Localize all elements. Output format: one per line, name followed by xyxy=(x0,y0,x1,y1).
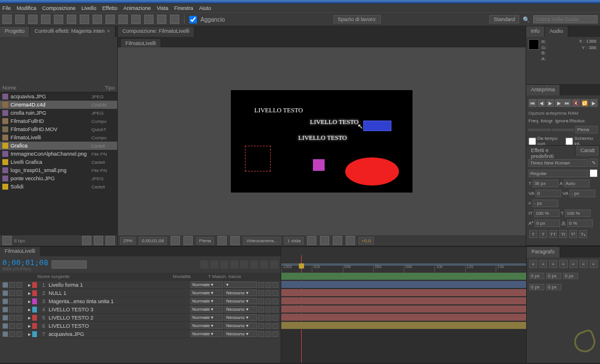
layer-duration-bar[interactable] xyxy=(281,289,526,297)
lock-toggle[interactable] xyxy=(16,307,22,313)
solo-toggle[interactable] xyxy=(9,315,15,321)
views-dropdown[interactable]: 1 vista xyxy=(284,237,304,245)
layer-duration-bar[interactable] xyxy=(281,281,526,289)
tracking-field[interactable]: - px xyxy=(570,190,595,197)
blend-mode-dropdown[interactable]: Normale ▾ xyxy=(190,314,223,321)
eyedropper-icon[interactable]: ✎ xyxy=(589,159,598,167)
project-file-row[interactable]: FilmatoFullHD.MOVQuickT xyxy=(0,125,117,133)
next-frame-button[interactable]: ▶ xyxy=(555,99,563,107)
layer-color-swatch[interactable] xyxy=(32,323,37,329)
workspace-dropdown[interactable]: Standard xyxy=(489,15,519,23)
new-comp-icon[interactable] xyxy=(94,236,103,245)
fill-color-swatch[interactable] xyxy=(589,169,598,177)
camera-dropdown[interactable]: Videocamera... xyxy=(243,237,281,245)
3d-toggle[interactable] xyxy=(272,323,278,329)
track-matte-dropdown[interactable]: Nessuno ▾ xyxy=(224,290,257,296)
track-matte-dropdown[interactable]: ▾ xyxy=(224,281,257,288)
text-tool[interactable] xyxy=(105,15,115,24)
allcaps-button[interactable]: TT xyxy=(549,230,557,238)
fullscreen-checkbox[interactable] xyxy=(565,138,573,145)
eraser-tool[interactable] xyxy=(144,15,154,24)
font-family-dropdown[interactable]: Times New Roman xyxy=(529,159,588,167)
solo-toggle[interactable] xyxy=(9,323,15,329)
visibility-toggle[interactable] xyxy=(2,331,8,337)
project-file-row[interactable]: cirella ruin.JPGJPEG xyxy=(0,109,117,117)
frame-blend-icon[interactable] xyxy=(230,260,238,269)
layer-name[interactable]: acquaviva.JPG xyxy=(46,331,189,337)
stroke-width-field[interactable]: - px xyxy=(533,200,558,207)
subscript-button[interactable]: T₁ xyxy=(579,230,587,238)
last-frame-button[interactable]: ⏭ xyxy=(563,99,571,107)
paragraph-tab[interactable]: Paragrafo xyxy=(527,247,560,257)
camera-tool[interactable] xyxy=(54,15,63,24)
align-left-button[interactable]: ≡ xyxy=(529,260,537,268)
superscript-button[interactable]: T¹ xyxy=(569,230,577,238)
from-current-checkbox[interactable] xyxy=(529,138,536,145)
first-frame-button[interactable]: ⏮ xyxy=(529,99,537,107)
fx-toggle[interactable] xyxy=(265,307,271,313)
layer-row[interactable]: ▸1Livello forma 1Normale ▾ ▾ xyxy=(0,281,281,289)
layer-name[interactable]: LIVELLO TESTO xyxy=(46,323,189,329)
layer-duration-bar[interactable] xyxy=(281,314,526,321)
timeline-comp-tab[interactable]: FilmatoLivelli xyxy=(0,247,40,256)
text-layer-2[interactable]: LIVELLO TESTO xyxy=(310,118,359,125)
draft-3d-icon[interactable] xyxy=(210,260,219,269)
layer-row[interactable]: ▸4LIVELLO TESTO 3Normale ▾Nessuno ▾ xyxy=(0,305,281,314)
ram-preview-button[interactable]: ▶ xyxy=(589,99,598,107)
text-layer-1[interactable]: LIVELLO TESTO xyxy=(254,107,303,114)
layer-color-swatch[interactable] xyxy=(32,298,37,304)
layer-color-swatch[interactable] xyxy=(32,315,37,321)
layer-name[interactable]: Magenta...enso tinta unita 1 xyxy=(46,298,189,304)
fx-toggle[interactable] xyxy=(265,298,271,304)
clone-tool[interactable] xyxy=(131,15,141,24)
shy-toggle[interactable] xyxy=(258,290,264,296)
trash-icon[interactable] xyxy=(105,236,115,245)
layer-mode-header[interactable]: Modalità xyxy=(173,274,208,280)
channel-icon[interactable] xyxy=(183,236,193,245)
playhead[interactable] xyxy=(301,255,302,273)
3d-toggle[interactable] xyxy=(272,282,278,288)
layer-row[interactable]: ▸5LIVELLO TESTO 2Normale ▾Nessuno ▾ xyxy=(0,314,281,322)
pixel-aspect-icon[interactable] xyxy=(307,236,316,245)
fx-toggle[interactable] xyxy=(265,315,271,321)
shy-toggle[interactable] xyxy=(258,331,264,337)
kerning-field[interactable]: 0 xyxy=(536,190,561,197)
indent-first-field[interactable]: 0 px xyxy=(546,273,561,279)
res-field[interactable]: Piena xyxy=(575,126,598,133)
track-matte-dropdown[interactable]: Nessuno ▾ xyxy=(224,298,257,304)
space-before-field[interactable]: 0 px xyxy=(529,284,544,290)
timeline-icon[interactable] xyxy=(333,236,342,245)
align-right-button[interactable]: ≡ xyxy=(549,260,557,268)
3d-toggle[interactable] xyxy=(272,331,278,337)
comp-mini-flowchart-icon[interactable] xyxy=(200,260,209,269)
visibility-toggle[interactable] xyxy=(2,282,8,288)
transparency-grid-icon[interactable] xyxy=(230,236,240,245)
skip-field[interactable] xyxy=(552,129,574,131)
roto-tool[interactable] xyxy=(157,15,166,24)
shy-toggle[interactable] xyxy=(258,298,264,304)
layer-color-swatch[interactable] xyxy=(32,331,37,337)
selection-tool[interactable] xyxy=(2,15,12,24)
visibility-toggle[interactable] xyxy=(2,323,8,329)
layer-name-header[interactable]: Nome sorgente xyxy=(38,274,173,280)
play-button[interactable]: ▶ xyxy=(546,99,554,107)
puppet-tool[interactable] xyxy=(170,15,179,24)
project-file-row[interactable]: FilmatoFullHDCompo xyxy=(0,117,117,125)
layer-track-header[interactable]: T Masch. tracce xyxy=(208,274,243,280)
layer-duration-bar[interactable] xyxy=(281,322,526,329)
effect-controls-tab[interactable]: Controlli effetti: Magenta inten× xyxy=(30,26,115,37)
layer-row[interactable]: ▸6LIVELLO TESTONormale ▾Nessuno ▾ xyxy=(0,322,281,330)
solo-toggle[interactable] xyxy=(9,282,15,288)
character-tab[interactable]: Caratt xyxy=(575,146,600,156)
flowchart-icon[interactable] xyxy=(346,236,355,245)
3d-toggle[interactable] xyxy=(272,290,278,296)
layer-search-input[interactable] xyxy=(52,260,87,269)
layer-row[interactable]: ▸3Magenta...enso tinta unita 1Normale ▾N… xyxy=(0,297,281,305)
snap-checkbox[interactable] xyxy=(189,16,197,23)
menu-effect[interactable]: Effetto xyxy=(103,5,118,11)
auto-keyframe-icon[interactable] xyxy=(270,260,278,269)
visibility-toggle[interactable] xyxy=(2,307,8,313)
current-timecode[interactable]: 0;00;01;08 xyxy=(2,258,48,267)
track-matte-dropdown[interactable]: Nessuno ▾ xyxy=(224,331,257,337)
text-layer-3[interactable]: LIVELLO TESTO xyxy=(298,134,347,141)
